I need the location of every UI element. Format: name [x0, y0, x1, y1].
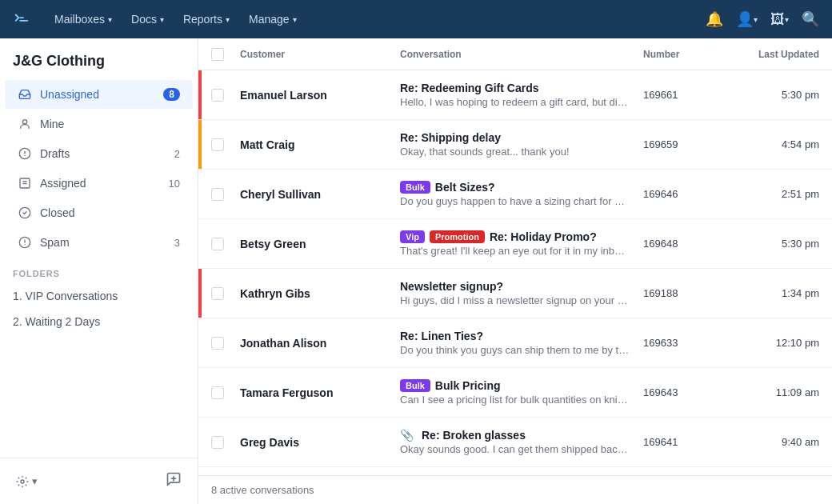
conversation-number: 169646: [643, 188, 723, 200]
settings-button[interactable]: ▾: [10, 470, 44, 493]
row-checkbox[interactable]: [211, 337, 224, 350]
customer-name: Kathryn Gibs: [240, 287, 400, 300]
nav-docs[interactable]: Docs ▾: [123, 8, 172, 30]
settings-label: ▾: [32, 475, 38, 487]
spam-label: Spam: [40, 236, 174, 249]
folder-vip[interactable]: 1. VIP Conversations: [0, 283, 198, 309]
assigned-badge: 10: [169, 178, 180, 190]
nav-mailboxes-chevron: ▾: [108, 15, 112, 24]
customer-name: Matt Craig: [240, 138, 400, 151]
select-all-checkbox[interactable]: [211, 48, 224, 61]
table-row[interactable]: Jonathan Alison Re: Linen Ties? Do you t…: [198, 318, 832, 368]
row-checkbox[interactable]: [211, 287, 224, 300]
bulk-tag: Bulk: [400, 379, 430, 392]
row-checkbox-cell: [211, 89, 240, 102]
sidebar-item-spam[interactable]: Spam 3: [5, 228, 193, 257]
conversation-subject: Re: Shipping delay: [400, 131, 630, 144]
user-profile-icon[interactable]: 👤▾: [736, 10, 758, 28]
status-bar: 8 active conversations: [198, 475, 832, 504]
sidebar-item-closed[interactable]: Closed: [5, 198, 193, 227]
sidebar: J&G Clothing Unassigned 8: [0, 38, 198, 504]
conversation-preview: Do you guys happen to have a sizing char…: [400, 195, 630, 207]
sidebar-item-assigned[interactable]: Assigned 10: [5, 169, 193, 198]
drafts-icon: [18, 146, 32, 161]
table-row[interactable]: Greg Davis 📎Re: Broken glasses Okay soun…: [198, 418, 832, 467]
table-row[interactable]: Emanuel Larson Re: Redeeming Gift Cards …: [198, 70, 832, 120]
row-checkbox-cell: [211, 287, 240, 300]
svg-point-11: [21, 480, 24, 483]
row-checkbox[interactable]: [211, 386, 224, 399]
conversation-preview: Okay, that sounds great... thank you!: [400, 146, 630, 158]
conversation-number: 169641: [643, 436, 723, 448]
sidebar-footer: ▾: [0, 458, 198, 504]
table-header: Customer Conversation Number Last Update…: [198, 38, 832, 70]
customer-name: Cheryl Sullivan: [240, 188, 400, 201]
conversation-subject: Re: Linen Ties?: [400, 330, 630, 342]
nav-reports[interactable]: Reports ▾: [175, 8, 238, 30]
conversation-preview: Okay sounds good. I can get them shipped…: [400, 443, 630, 455]
avatar-icon[interactable]: 🖼▾: [770, 11, 789, 28]
nav-reports-label: Reports: [183, 13, 222, 26]
sidebar-item-drafts[interactable]: Drafts 2: [5, 139, 193, 168]
nav-items: Mailboxes ▾ Docs ▾ Reports ▾ Manage ▾: [46, 8, 706, 30]
table-row[interactable]: Betsy Green VipPromotionRe: Holiday Prom…: [198, 219, 832, 269]
conversation-subject: Newsletter signup?: [400, 280, 630, 293]
conversation-preview: Can I see a pricing list for bulk quanti…: [400, 394, 630, 406]
assigned-icon: [18, 176, 32, 190]
top-nav: Mailboxes ▾ Docs ▾ Reports ▾ Manage ▾ 🔔 …: [0, 0, 832, 38]
folder-waiting[interactable]: 2. Waiting 2 Days: [0, 309, 198, 334]
unassigned-label: Unassigned: [40, 88, 163, 101]
vip-tag: Vip: [400, 230, 425, 243]
row-checkbox[interactable]: [211, 89, 224, 102]
sidebar-item-mine[interactable]: Mine: [5, 110, 193, 138]
row-checkbox-cell: [211, 337, 240, 350]
nav-manage-label: Manage: [249, 13, 290, 26]
search-icon[interactable]: 🔍: [802, 10, 819, 28]
notifications-icon[interactable]: 🔔: [706, 10, 723, 28]
sidebar-nav: Unassigned 8 Mine Drafts: [0, 79, 198, 458]
nav-manage[interactable]: Manage ▾: [241, 8, 305, 30]
spam-badge: 3: [174, 237, 180, 249]
conversation-preview: Hi guys, did I miss a newsletter signup …: [400, 294, 630, 306]
conversation-subject: BulkBelt Sizes?: [400, 181, 630, 194]
row-checkbox[interactable]: [211, 138, 224, 151]
nav-mailboxes-label: Mailboxes: [54, 13, 105, 26]
svg-point-0: [22, 120, 26, 124]
nav-docs-chevron: ▾: [160, 15, 164, 24]
assigned-label: Assigned: [40, 177, 169, 190]
conversation-header: Conversation: [400, 49, 643, 60]
row-checkbox[interactable]: [211, 436, 224, 449]
conversation-cell: VipPromotionRe: Holiday Promo? That's gr…: [400, 230, 643, 257]
row-checkbox[interactable]: [211, 238, 224, 250]
conversation-cell: Newsletter signup? Hi guys, did I miss a…: [400, 280, 643, 306]
conversation-subject: VipPromotionRe: Holiday Promo?: [400, 230, 630, 243]
mine-icon: [18, 117, 32, 131]
compose-button[interactable]: [159, 466, 188, 496]
nav-docs-label: Docs: [131, 13, 157, 26]
conversation-cell: BulkBulk Pricing Can I see a pricing lis…: [400, 379, 643, 406]
customer-name: Greg Davis: [240, 436, 400, 449]
conversation-subject: 📎Re: Broken glasses: [400, 429, 630, 442]
header-checkbox-cell: [211, 48, 240, 61]
conversation-cell: 📎Re: Broken glasses Okay sounds good. I …: [400, 429, 643, 455]
inbox-icon: [18, 87, 32, 102]
nav-mailboxes[interactable]: Mailboxes ▾: [46, 8, 120, 30]
last-updated-time: 4:54 pm: [723, 138, 819, 150]
table-row[interactable]: Kathryn Gibs Newsletter signup? Hi guys,…: [198, 269, 832, 318]
conversation-cell: BulkBelt Sizes? Do you guys happen to ha…: [400, 181, 643, 207]
sidebar-item-unassigned[interactable]: Unassigned 8: [5, 80, 193, 109]
table-row[interactable]: Matt Craig Re: Shipping delay Okay, that…: [198, 120, 832, 170]
drafts-label: Drafts: [40, 147, 174, 160]
attachment-icon: 📎: [400, 429, 414, 442]
row-checkbox[interactable]: [211, 188, 224, 201]
last-updated-time: 5:30 pm: [723, 238, 819, 250]
number-header: Number: [643, 49, 723, 60]
last-updated-time: 5:30 pm: [723, 89, 819, 101]
conversation-cell: Re: Shipping delay Okay, that sounds gre…: [400, 131, 643, 158]
nav-manage-chevron: ▾: [293, 15, 297, 24]
conversation-number: 169659: [643, 138, 723, 150]
last-updated-time: 11:09 am: [723, 386, 819, 398]
conversation-preview: Do you think you guys can ship them to m…: [400, 344, 630, 356]
table-row[interactable]: Cheryl Sullivan BulkBelt Sizes? Do you g…: [198, 170, 832, 219]
table-row[interactable]: Tamara Ferguson BulkBulk Pricing Can I s…: [198, 368, 832, 418]
